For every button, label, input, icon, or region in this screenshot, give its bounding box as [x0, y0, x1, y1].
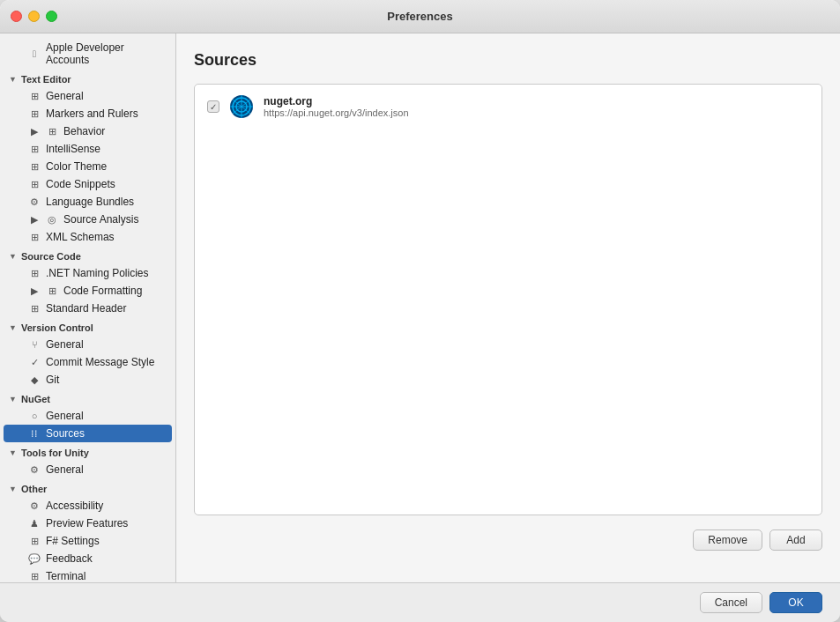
sidebar-item-label: Standard Header [46, 302, 126, 315]
sidebar-item-net-naming[interactable]: ⊞ .NET Naming Policies [4, 264, 172, 282]
sidebar-item-label: Markers and Rulers [46, 107, 138, 120]
sidebar-section-label: Source Code [21, 251, 81, 262]
sidebar-section-source-code[interactable]: ▼ Source Code [0, 246, 175, 264]
sidebar-item-label: Preview Features [46, 517, 128, 529]
sidebar-item-source-analysis[interactable]: ▶ ◎ Source Analysis [4, 211, 172, 228]
sources-list: ✓ nuget.org [194, 84, 822, 515]
grid-icon: ⊞ [28, 107, 41, 120]
footer: Cancel OK [0, 582, 840, 622]
nuget-icon [228, 93, 255, 120]
arrow-icon: ▼ [9, 485, 18, 493]
cancel-button[interactable]: Cancel [700, 592, 762, 613]
grid-icon: ⊞ [46, 285, 58, 297]
grid-small-icon: ⁞⁞ [28, 427, 41, 440]
sidebar-section-label: Text Editor [21, 74, 71, 85]
gear-icon: ⚙ [28, 463, 41, 476]
arrow-icon: ▼ [9, 395, 18, 404]
sidebar-section-version-control[interactable]: ▼ Version Control [0, 317, 175, 336]
sidebar-item-git[interactable]: ◆ Git [4, 371, 172, 389]
sidebar-item-general-nuget[interactable]: ○ General [4, 407, 172, 425]
page-title: Sources [194, 51, 822, 70]
sidebar-item-fsharp-settings[interactable]: ⊞ F# Settings [4, 532, 172, 550]
sidebar-section-text-editor[interactable]: ▼ Text Editor [0, 69, 175, 87]
sidebar-item-label: General [46, 410, 84, 422]
sidebar-item-label: XML Schemas [46, 231, 115, 243]
sidebar-item-standard-header[interactable]: ⊞ Standard Header [4, 300, 172, 317]
source-row[interactable]: ✓ nuget.org [195, 85, 821, 129]
sidebar-item-behavior[interactable]: ▶ ⊞ Behavior [4, 122, 172, 140]
close-button[interactable] [11, 11, 22, 22]
minimize-button[interactable] [28, 11, 40, 22]
sidebar-item-preview-features[interactable]: ♟ Preview Features [4, 515, 172, 532]
grid-icon: ⊞ [28, 90, 41, 102]
source-action-buttons: Remove Add [194, 529, 822, 551]
traffic-lights [11, 11, 57, 22]
circle-check-icon: ✓ [28, 356, 41, 368]
source-info: nuget.org https://api.nuget.org/v3/index… [264, 95, 409, 118]
remove-button[interactable]: Remove [693, 529, 762, 551]
arrow-right-icon: ▶ [28, 125, 41, 137]
grid-icon: ⊞ [28, 535, 41, 547]
add-button[interactable]: Add [769, 529, 822, 551]
sidebar-item-general-te[interactable]: ⊞ General [4, 87, 172, 105]
arrow-icon: ▼ [9, 75, 18, 84]
sidebar-item-markers[interactable]: ⊞ Markers and Rulers [4, 105, 172, 122]
gear-icon: ⚙ [28, 196, 41, 208]
sidebar-item-code-formatting[interactable]: ▶ ⊞ Code Formatting [4, 282, 172, 300]
grid-icon: ⊞ [28, 570, 41, 582]
sidebar-section-label: Other [21, 484, 47, 494]
sidebar-section-tools-unity[interactable]: ▼ Tools for Unity [0, 442, 175, 461]
main-panel: Sources ✓ [176, 33, 840, 582]
sidebar-item-feedback[interactable]: 💬 Feedback [4, 550, 172, 567]
chat-icon: 💬 [28, 552, 41, 565]
sidebar-item-label: General [46, 90, 84, 102]
sidebar-item-label: .NET Naming Policies [46, 267, 148, 279]
diamond-icon: ◆ [28, 374, 41, 386]
titlebar: Preferences [0, 0, 840, 33]
sidebar-item-label: F# Settings [46, 535, 100, 547]
source-checkbox[interactable]: ✓ [207, 100, 219, 113]
arrow-icon: ▼ [9, 252, 18, 261]
sidebar-item-code-snippets[interactable]: ⊞ Code Snippets [4, 175, 172, 193]
sidebar-item-label: Commit Message Style [46, 356, 154, 368]
sidebar-item-color-theme[interactable]: ⊞ Color Theme [4, 158, 172, 175]
sidebar-section-nuget[interactable]: ▼ NuGet [0, 389, 175, 407]
main-content:  Apple Developer Accounts ▼ Text Editor… [0, 33, 840, 582]
apple-icon:  [28, 48, 41, 60]
arrow-right-icon: ▶ [28, 285, 41, 297]
arrow-icon: ▼ [9, 448, 18, 457]
sidebar-item-label: Color Theme [46, 160, 107, 173]
sidebar-item-apple-developer[interactable]:  Apple Developer Accounts [4, 39, 172, 69]
grid-icon: ⊞ [28, 143, 41, 155]
sidebar-item-language-bundles[interactable]: ⚙ Language Bundles [4, 193, 172, 211]
sidebar-item-general-unity[interactable]: ⚙ General [4, 461, 172, 478]
ok-button[interactable]: OK [769, 592, 822, 613]
sidebar-item-xml-schemas[interactable]: ⊞ XML Schemas [4, 228, 172, 246]
arrow-right-icon: ▶ [28, 213, 41, 226]
sidebar-item-accessibility[interactable]: ⚙ Accessibility [4, 497, 172, 515]
sidebar-label-apple-developer: Apple Developer Accounts [46, 41, 163, 66]
maximize-button[interactable] [46, 11, 57, 22]
sidebar-item-general-vc[interactable]: ⑂ General [4, 336, 172, 353]
source-name: nuget.org [264, 95, 409, 107]
sidebar-item-label: Code Formatting [63, 285, 142, 297]
sidebar-item-sources[interactable]: ⁞⁞ Sources [4, 425, 172, 442]
sidebar-item-label: Language Bundles [46, 196, 134, 208]
sidebar-item-label: Sources [46, 427, 85, 440]
sidebar-item-label: Code Snippets [46, 178, 115, 190]
grid-icon: ⊞ [28, 302, 41, 315]
sidebar-section-other[interactable]: ▼ Other [0, 478, 175, 497]
sidebar-item-intellisense[interactable]: ⊞ IntelliSense [4, 140, 172, 158]
circle-icon: ○ [28, 410, 41, 422]
sidebar-item-label: Terminal [46, 570, 85, 582]
sidebar-item-label: IntelliSense [46, 143, 100, 155]
sidebar-section-label: NuGet [21, 394, 50, 404]
grid-icon: ⊞ [46, 125, 58, 137]
grid-icon: ⊞ [28, 160, 41, 173]
gear-icon: ⚙ [28, 500, 41, 512]
sidebar-item-label: Git [46, 374, 59, 386]
sidebar-item-label: Feedback [46, 552, 93, 565]
sidebar-section-label: Version Control [21, 322, 93, 333]
sidebar-item-terminal[interactable]: ⊞ Terminal [4, 567, 172, 582]
sidebar-item-commit-message[interactable]: ✓ Commit Message Style [4, 353, 172, 371]
